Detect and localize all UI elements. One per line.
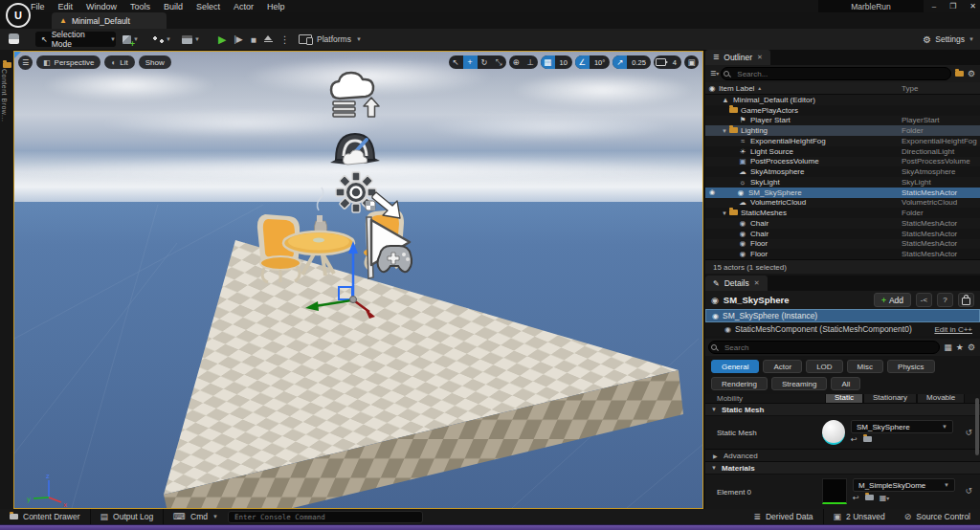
reset-to-default-icon[interactable]: ↺ xyxy=(965,428,972,437)
expand-arrow-icon[interactable]: ▼ xyxy=(722,128,728,134)
save-button[interactable] xyxy=(9,33,19,44)
outliner-row[interactable]: ☀Light Source DirectionalLight xyxy=(705,146,980,157)
chip-lod[interactable]: LOD xyxy=(806,360,842,373)
mobility-static[interactable]: Static xyxy=(825,394,863,403)
unsaved-button[interactable]: ▣ 2 Unsaved xyxy=(823,509,895,524)
tab-details[interactable]: ✎ Details ✕ xyxy=(705,276,768,291)
eye-icon[interactable]: ◉ xyxy=(709,188,721,196)
menu-help[interactable]: Help xyxy=(267,2,285,11)
surface-snap-icon[interactable]: ⊥ xyxy=(523,55,538,69)
gamepad-sprite[interactable] xyxy=(378,246,412,272)
source-control-button[interactable]: ⊘ Source Control xyxy=(895,509,980,524)
content-browser-side-tab[interactable]: Content Brow... xyxy=(1,69,8,121)
lock-icon[interactable] xyxy=(958,293,974,307)
use-selected-icon[interactable]: ↩ xyxy=(853,494,859,502)
close-icon[interactable]: ✕ xyxy=(757,54,763,61)
mobility-stationary[interactable]: Stationary xyxy=(863,394,917,403)
chip-misc[interactable]: Misc xyxy=(847,360,883,373)
add-actor-button[interactable]: + ▼ xyxy=(122,32,139,47)
content-drawer-button[interactable]: Content Drawer xyxy=(0,509,91,524)
play-button[interactable]: ▶ xyxy=(218,33,226,46)
stop-button[interactable]: ■ xyxy=(251,34,256,45)
details-scrollbar[interactable] xyxy=(975,398,979,455)
column-type[interactable]: Type xyxy=(902,84,918,93)
blueprint-convert-icon[interactable]: -< xyxy=(916,293,932,307)
outliner-row[interactable]: ◉Chair StaticMeshActor xyxy=(705,229,980,239)
display-options-icon[interactable]: ▦ xyxy=(944,342,952,352)
cinematics-button[interactable]: ▼ xyxy=(182,32,200,47)
close-icon[interactable]: ✕ xyxy=(969,2,976,11)
scale-tool-icon[interactable]: ⤡ xyxy=(492,55,506,69)
lit-dropdown[interactable]: ◐ Lit xyxy=(104,55,134,69)
settings-dropdown[interactable]: ⚙ Settings ▼ xyxy=(923,32,974,47)
cmd-dropdown[interactable]: ⌨ Cmd ▼ xyxy=(164,509,228,524)
chip-general[interactable]: General xyxy=(711,360,759,373)
details-settings-icon[interactable]: ⚙ xyxy=(968,342,975,352)
menu-file[interactable]: File xyxy=(31,2,45,11)
scale-snap-value[interactable]: 0.25 xyxy=(627,58,651,67)
static-mesh-combo[interactable]: SM_SkySphere▼ xyxy=(851,420,953,433)
sky-light-sprite[interactable] xyxy=(336,172,376,212)
mobility-movable[interactable]: Movable xyxy=(917,394,965,403)
outliner-settings-icon[interactable]: ⚙ xyxy=(968,69,975,78)
outliner-search-input[interactable] xyxy=(721,67,951,80)
outliner-row[interactable]: GamePlayActors xyxy=(705,105,980,116)
menu-window[interactable]: Window xyxy=(86,2,117,11)
component-row-staticmesh[interactable]: ◉ StaticMeshComponent (StaticMeshCompone… xyxy=(705,322,980,336)
show-dropdown[interactable]: Show xyxy=(139,55,171,69)
eject-button[interactable] xyxy=(264,35,273,44)
console-command-input[interactable] xyxy=(228,511,423,523)
chip-physics[interactable]: Physics xyxy=(887,360,935,373)
outliner-row-selected[interactable]: ◉ ◉SM_SkySphere StaticMeshActor xyxy=(705,188,980,198)
derived-data-button[interactable]: ≣ Derived Data xyxy=(744,509,822,524)
maximize-viewport-icon[interactable]: ▣ xyxy=(684,55,699,69)
new-folder-icon[interactable] xyxy=(955,69,964,78)
select-tool-icon[interactable]: ↖ xyxy=(449,55,463,69)
outliner-row[interactable]: ◉Chair StaticMeshActor xyxy=(705,218,980,229)
column-item-label[interactable]: Item Label xyxy=(719,84,754,93)
skip-button[interactable]: |▶ xyxy=(234,34,242,44)
menu-select[interactable]: Select xyxy=(196,2,220,11)
close-icon[interactable]: ✕ xyxy=(754,279,760,287)
perspective-dropdown[interactable]: ◧ Perspective xyxy=(36,55,100,69)
static-mesh-thumbnail[interactable] xyxy=(822,420,845,445)
outliner-row[interactable]: ☁VolumetricCloud VolumetricCloud xyxy=(705,198,980,209)
filter-icon[interactable]: ☰▾ xyxy=(710,70,719,77)
camera-speed-icon[interactable] xyxy=(654,55,668,69)
minimize-icon[interactable]: – xyxy=(932,2,936,11)
rotation-snap-value[interactable]: 10° xyxy=(590,58,610,67)
browse-icon[interactable] xyxy=(865,494,874,502)
tab-outliner[interactable]: ☰ Outliner ✕ xyxy=(705,50,770,65)
outliner-row[interactable]: ▼ StaticMeshes Folder xyxy=(705,208,980,218)
grid-snap-value[interactable]: 10 xyxy=(555,58,572,67)
menu-actor[interactable]: Actor xyxy=(234,2,254,11)
expand-arrow-icon[interactable]: ▼ xyxy=(722,210,728,216)
outliner-row[interactable]: ⚑Player Start PlayerStart xyxy=(705,116,980,126)
favorites-icon[interactable]: ★ xyxy=(956,342,964,352)
outliner-row[interactable]: ▣PostProcessVolume PostProcessVolume xyxy=(705,157,980,167)
details-scroll-area[interactable]: Mobility Static Stationary Movable ▼ Sta… xyxy=(705,394,980,521)
visibility-column-icon[interactable]: ◉ xyxy=(705,84,719,93)
unreal-logo-icon[interactable]: U xyxy=(6,3,31,28)
viewport-3d[interactable]: z y x ☰ ◧ Perspective ◐ Lit Show ↖ ＋ ↻ ⤡… xyxy=(13,51,703,509)
advanced-row[interactable]: ▶ Advanced xyxy=(705,449,980,461)
material-options-icon[interactable]: ▦▾ xyxy=(880,494,890,502)
component-row-instance[interactable]: ◉ SM_SkySphere (Instance) xyxy=(705,309,980,322)
rotation-snap-icon[interactable]: ∠ xyxy=(575,55,590,69)
use-selected-icon[interactable]: ↩ xyxy=(851,435,858,444)
move-tool-icon[interactable]: ＋ xyxy=(463,55,478,69)
rotate-tool-icon[interactable]: ↻ xyxy=(478,55,492,69)
restore-icon[interactable]: ❐ xyxy=(949,2,956,11)
menu-edit[interactable]: Edit xyxy=(58,2,74,11)
material-thumbnail[interactable] xyxy=(822,478,847,504)
browse-icon[interactable] xyxy=(863,435,872,444)
menu-tools[interactable]: Tools xyxy=(130,2,150,11)
outliner-row[interactable]: ☁SkyAtmosphere SkyAtmosphere xyxy=(705,166,980,177)
reset-to-default-icon[interactable]: ↺ xyxy=(965,486,972,496)
outliner-row[interactable]: ◉Floor StaticMeshActor xyxy=(705,249,980,259)
outliner-row[interactable]: ≈ExponentialHeightFog ExponentialHeightF… xyxy=(705,136,980,146)
details-search-input[interactable] xyxy=(708,341,940,354)
chip-actor[interactable]: Actor xyxy=(763,360,802,373)
help-icon[interactable]: ? xyxy=(937,293,953,307)
outliner-row[interactable]: ◉Floor StaticMeshActor xyxy=(705,239,980,250)
